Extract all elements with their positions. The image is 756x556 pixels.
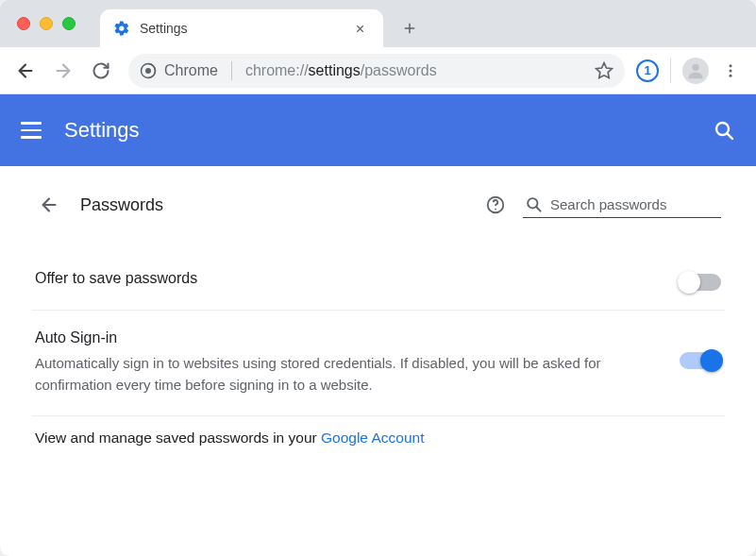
browser-toolbar: Chrome chrome://settings/passwords 1	[0, 47, 756, 94]
svg-point-6	[730, 74, 732, 76]
nav-reload-button[interactable]	[85, 55, 117, 87]
browser-menu-button[interactable]	[714, 55, 747, 87]
window-zoom-button[interactable]	[62, 17, 76, 30]
offer-save-toggle[interactable]	[680, 274, 721, 291]
search-icon	[525, 195, 543, 213]
nav-back-button[interactable]	[9, 55, 42, 87]
site-info-icon[interactable]	[140, 62, 157, 79]
settings-appbar: Settings	[0, 94, 756, 166]
passwords-search-input[interactable]	[550, 196, 719, 212]
nav-forward-button[interactable]	[47, 55, 79, 87]
help-icon[interactable]	[485, 194, 506, 215]
bookmark-star-icon[interactable]	[595, 61, 613, 80]
auto-signin-label: Auto Sign-in	[35, 329, 661, 346]
svg-point-3	[692, 63, 698, 70]
appbar-search-icon[interactable]	[713, 119, 735, 142]
profile-avatar-button[interactable]	[682, 58, 709, 84]
browser-window: Settings Chrome chrome://settings/pass	[0, 0, 756, 556]
auto-signin-toggle[interactable]	[680, 352, 721, 369]
menu-hamburger-icon[interactable]	[21, 119, 43, 142]
omnibox-divider	[231, 61, 232, 80]
section-back-button[interactable]	[35, 194, 63, 215]
tab-strip: Settings	[0, 0, 756, 47]
tab-title: Settings	[140, 21, 350, 36]
window-close-button[interactable]	[17, 17, 30, 30]
toolbar-separator	[670, 59, 671, 83]
svg-point-9	[495, 209, 496, 211]
window-controls	[17, 17, 76, 30]
extension-1password-icon[interactable]: 1	[636, 59, 659, 82]
tab-close-button[interactable]	[350, 23, 370, 35]
url-text: chrome://settings/passwords	[245, 62, 437, 79]
svg-point-5	[730, 69, 732, 72]
app-title: Settings	[64, 118, 140, 143]
url-scheme-label: Chrome	[164, 62, 218, 79]
new-tab-button[interactable]	[395, 13, 425, 43]
passwords-search-box[interactable]	[523, 192, 721, 218]
svg-point-4	[730, 64, 732, 67]
section-title: Passwords	[80, 195, 163, 215]
google-account-link[interactable]: Google Account	[321, 430, 424, 446]
svg-point-1	[145, 68, 151, 74]
row-offer-save-passwords: Offer to save passwords	[31, 251, 725, 311]
svg-marker-2	[596, 62, 613, 77]
section-header: Passwords	[31, 177, 725, 232]
passwords-card: Passwords Offer to save passw	[31, 166, 725, 556]
window-minimize-button[interactable]	[40, 17, 53, 30]
address-bar[interactable]: Chrome chrome://settings/passwords	[128, 54, 625, 88]
manage-passwords-footer: View and manage saved passwords in your …	[31, 416, 725, 446]
auto-signin-description: Automatically sign in to websites using …	[35, 352, 661, 396]
row-auto-signin: Auto Sign-in Automatically sign in to we…	[31, 311, 725, 416]
gear-icon	[113, 20, 130, 37]
tab-settings[interactable]: Settings	[100, 9, 383, 47]
settings-content: Passwords Offer to save passw	[0, 166, 756, 556]
offer-save-label: Offer to save passwords	[35, 270, 661, 287]
